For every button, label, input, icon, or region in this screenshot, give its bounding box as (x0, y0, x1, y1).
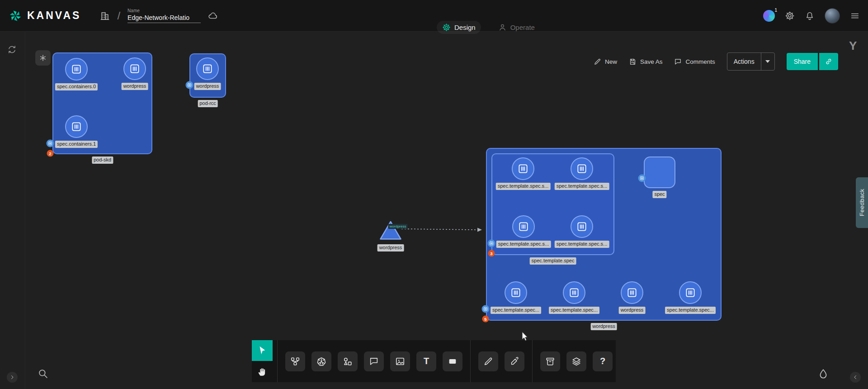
node-spec.template.spec...[interactable] (563, 281, 585, 304)
rectangle-tool[interactable] (443, 351, 462, 371)
node-label: spec.template.spec... (665, 307, 716, 314)
node-spec.template.spec...[interactable] (505, 281, 527, 304)
share-button[interactable]: Share (787, 53, 818, 70)
node-label: spec.containers.1 (55, 141, 98, 148)
comment-tool[interactable] (364, 351, 384, 371)
node-spec.template.spec.s...[interactable] (512, 215, 535, 238)
node-spec.template.spec.s...[interactable] (571, 157, 593, 180)
pan-tool[interactable] (252, 361, 273, 382)
kubernetes-tool[interactable] (311, 351, 331, 371)
node-spec.template.spec.s...[interactable] (512, 157, 534, 180)
help-tool[interactable]: ? (593, 351, 613, 371)
node-label: wordpress (194, 83, 221, 90)
node-wordpress[interactable] (379, 220, 402, 241)
chevron-down-icon (765, 60, 770, 63)
mode-tabs: Design Operate (437, 21, 540, 34)
node-label: wordpress (377, 244, 404, 251)
layers-tool[interactable] (566, 351, 586, 371)
pod-badge (47, 140, 54, 147)
menu-icon[interactable] (850, 11, 860, 21)
pencil-icon (594, 58, 601, 66)
sync-icon[interactable] (7, 45, 17, 54)
media-tool[interactable] (390, 351, 410, 371)
logo-text: KANVAS (27, 9, 81, 22)
node-label: spec.template.spec... (491, 307, 541, 314)
node-spec.containers.1[interactable] (65, 115, 88, 138)
expand-left-panel-button[interactable] (7, 372, 18, 383)
kanvas-logo-icon (8, 9, 23, 23)
node-label: spec.template.spec.s... (555, 183, 609, 190)
user-avatar[interactable] (825, 8, 840, 24)
node-label: spec.template.spec.s... (496, 183, 551, 190)
design-name-field[interactable]: Name Edge-Network-Relatio (127, 8, 201, 23)
design-gear-icon (442, 23, 451, 32)
count-badge: 5 (482, 316, 489, 323)
new-button[interactable]: New (594, 58, 617, 66)
link-icon (825, 57, 833, 66)
expand-right-panel-button[interactable] (850, 372, 861, 383)
tab-design[interactable]: Design (437, 21, 481, 34)
comment-icon (674, 58, 682, 66)
comments-label: Comments (685, 58, 715, 65)
extensions-button[interactable]: 1 (763, 10, 775, 22)
pod-badge (482, 305, 490, 313)
copy-link-button[interactable] (819, 53, 838, 70)
actions-label: Actions (727, 58, 761, 65)
pod-badge (186, 81, 193, 89)
drawer-tool[interactable] (540, 351, 560, 371)
text-tool[interactable]: T (416, 351, 436, 371)
group-label: pod-skd (92, 157, 113, 164)
node-spec.template.spec...[interactable] (679, 281, 702, 304)
feedback-tab[interactable]: Feedback (856, 177, 868, 228)
bottom-toolbar: T? (252, 340, 616, 382)
actions-dropdown-toggle[interactable] (761, 53, 774, 70)
group-label: pod-rcc (198, 100, 218, 107)
node-label: spec (652, 191, 666, 198)
node-label: spec.containers.0 (55, 83, 98, 90)
tab-operate[interactable]: Operate (493, 21, 540, 34)
node-spec.containers.0[interactable] (65, 58, 88, 81)
design-toolbar: New Save As Comments Actions Share (594, 52, 838, 71)
shapes-tool[interactable] (338, 351, 358, 371)
chevron-right-icon (9, 374, 15, 380)
node-spec[interactable] (644, 157, 675, 188)
node-label: wordpress (619, 307, 646, 314)
tab-operate-label: Operate (510, 24, 535, 31)
cloud-save-icon (208, 11, 218, 21)
freeze-layout-button[interactable] (35, 50, 51, 66)
node-wordpress[interactable] (123, 57, 146, 80)
notifications-bell-icon[interactable] (805, 11, 815, 21)
group-label: wordpress (590, 323, 617, 330)
settings-icon[interactable] (785, 11, 795, 21)
pod-badge (638, 175, 646, 182)
actions-button[interactable]: Actions (727, 52, 775, 71)
tab-design-label: Design (454, 24, 476, 31)
chevron-left-icon (852, 374, 859, 380)
group-label: spec.template.spec (530, 257, 576, 265)
feedback-label: Feedback (859, 189, 865, 216)
node-label: spec.template.spec.s... (496, 241, 551, 248)
save-as-button[interactable]: Save As (629, 58, 663, 66)
edit-tool[interactable] (478, 351, 498, 371)
design-name-input[interactable]: Edge-Network-Relatio (127, 14, 201, 23)
count-badge: 3 (488, 250, 495, 257)
group-spec.template.spec[interactable] (491, 153, 614, 255)
node-spec.template.spec.s...[interactable] (571, 215, 593, 238)
snowflake-icon (39, 54, 47, 62)
pod-badge (488, 240, 495, 247)
node-wordpress[interactable] (196, 57, 219, 80)
comments-button[interactable]: Comments (674, 58, 715, 66)
ink-drop-icon[interactable] (817, 368, 829, 380)
zoom-search-icon[interactable] (38, 368, 49, 380)
count-badge: 2 (47, 150, 54, 157)
save-as-label: Save As (640, 58, 663, 65)
operate-person-icon (498, 23, 507, 32)
annotate-tool[interactable] (505, 351, 524, 371)
components-tool[interactable] (285, 351, 305, 371)
organization-icon[interactable] (100, 11, 110, 21)
breadcrumb-separator: / (117, 9, 120, 22)
kanvas-logo[interactable]: KANVAS (8, 9, 81, 23)
select-tool[interactable] (252, 340, 273, 361)
node-wordpress[interactable] (621, 281, 643, 304)
design-name-label: Name (127, 8, 201, 13)
